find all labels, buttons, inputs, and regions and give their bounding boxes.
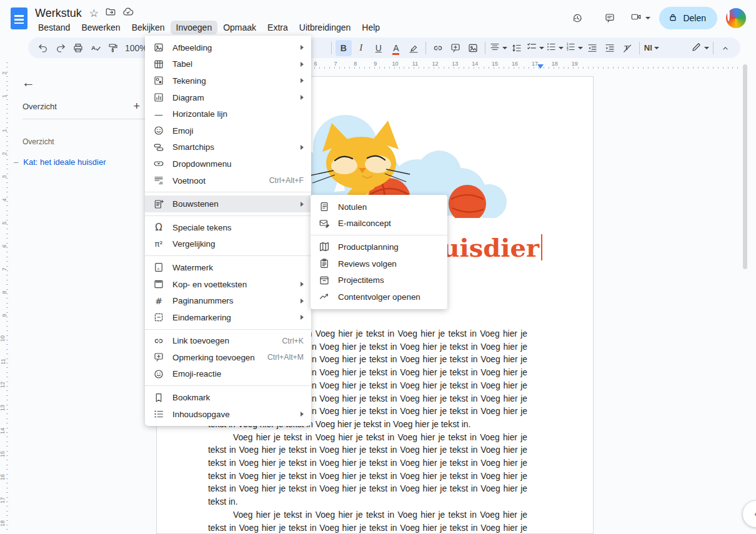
docs-logo-icon[interactable] [11,7,27,29]
submenu-arrow-icon [301,45,304,50]
bookmark-icon [153,392,164,403]
redo-button[interactable] [52,40,69,56]
emoji-icon [153,125,164,136]
body-paragraph[interactable]: Voeg hier je tekst in Voeg hier je tekst… [208,509,527,534]
body-paragraph[interactable]: Voeg hier je tekst in Voeg hier je tekst… [208,432,527,509]
insert-menu-item-voetnoot[interactable]: VoetnootCtrl+Alt+F [145,172,311,189]
menu-bewerken[interactable]: Bewerken [76,21,126,34]
clear-formatting-button[interactable]: T [619,40,635,56]
add-heading-button[interactable]: + [133,100,140,113]
insert-menu-item-vergelijking[interactable]: π²Vergelijking [145,236,311,253]
ruler-number: 8 [354,61,357,67]
insert-menu-item-smartchips[interactable]: Smartchips [145,139,311,156]
align-button[interactable] [489,40,507,56]
insert-menu-item-tekening[interactable]: Tekening [145,72,311,89]
insert-menu-item-opmerking-toevoegen[interactable]: Opmerking toevoegenCtrl+Alt+M [145,349,311,366]
submenu-item-notulen[interactable]: Notulen [311,199,447,215]
share-label: Delen [683,13,706,23]
document-title[interactable]: Werkstuk [35,7,82,20]
add-comment-button[interactable] [447,40,464,56]
lock-icon [668,12,678,24]
insert-menu-item-tabel[interactable]: Tabel [145,56,311,73]
star-icon[interactable]: ☆ [89,8,99,19]
submenu-item-e-mailconcept[interactable]: E-mailconcept [311,215,447,232]
bold-button[interactable]: B [336,40,352,56]
submenu-arrow-icon [301,315,304,320]
italic-button[interactable]: I [353,40,369,56]
menu-bestand[interactable]: Bestand [32,21,76,34]
editing-mode-button[interactable] [691,40,709,56]
menu-item-shortcut: Ctrl+K [282,337,304,345]
hide-menus-button[interactable] [717,40,734,56]
insert-image-button[interactable] [465,40,481,56]
submenu-item-productplanning[interactable]: Productplanning [311,239,447,255]
print-button[interactable] [70,40,86,56]
insert-menu-item-watermerk[interactable]: aWatermerk [145,259,311,276]
outline-item[interactable]: –Kat: het ideale huisdier [8,155,145,169]
submenu-item-projectitems[interactable]: Projectitems [311,272,447,289]
menu-item-label: Productplanning [338,242,399,252]
outline-link[interactable]: Kat: het ideale huisdier [23,157,106,167]
insert-menu-item-bookmark[interactable]: Bookmark [145,389,311,406]
spellcheck-button[interactable]: A [87,40,104,56]
insert-menu-item-emoji-reactie[interactable]: Emoji-reactie [145,366,311,383]
paint-format-button[interactable] [105,40,121,56]
avatar[interactable] [726,8,746,28]
back-arrow-icon[interactable]: ← [22,75,35,90]
menu-invoegen[interactable]: Invoegen [171,21,218,34]
insert-link-button[interactable] [430,40,446,56]
show-side-panel-button[interactable]: ‹ [742,500,756,528]
insert-menu-item-diagram[interactable]: Diagram [145,89,311,106]
ruler-number: 14 [472,61,478,67]
insert-menu-item-emoji[interactable]: Emoji [145,122,311,139]
insert-menu-item-link-toevoegen[interactable]: Link toevoegenCtrl+K [145,333,311,350]
insert-menu-item-afbeelding[interactable]: Afbeelding [145,39,311,56]
insert-menu-item-paginanummers[interactable]: #Paginanummers [145,292,311,309]
submenu-arrow-icon [301,95,304,100]
menu-bekijken[interactable]: Bekijken [126,21,171,34]
version-history-icon[interactable] [565,6,589,30]
move-folder-icon[interactable] [105,6,116,20]
meet-button[interactable] [630,11,650,25]
numbered-list-button[interactable]: 123 [565,40,583,56]
menu-help[interactable]: Help [356,21,385,34]
hash-icon: # [153,295,164,307]
line-spacing-button[interactable] [509,40,525,56]
menu-item-label: Opmerking toevoegen [172,353,255,362]
ruler-number: 7 [1,267,7,270]
outline-list: –Kat: het ideale huisdier [8,155,145,169]
insert-menu-item-kop-en-voetteksten[interactable]: Kop- en voetteksten [145,276,311,293]
share-button[interactable]: Delen [659,7,717,29]
insert-menu-item-eindemarkering[interactable]: Eindemarkering [145,309,311,326]
insert-menu-item-horizontale-lijn[interactable]: —Horizontale lijn [145,106,311,122]
checklist-button[interactable] [526,40,544,56]
equation-icon: π² [153,239,164,250]
bulleted-list-button[interactable] [545,40,564,56]
increase-indent-button[interactable] [602,40,618,56]
menu-item-shortcut: Ctrl+Alt+M [267,353,304,362]
ruler-number: 18 [552,61,558,67]
undo-button[interactable] [35,40,51,56]
highlight-color-button[interactable] [405,40,422,56]
menu-opmaak[interactable]: Opmaak [217,21,262,34]
comments-icon[interactable] [598,6,622,30]
scrollbar-thumb[interactable] [743,64,747,269]
insert-menu-item-bouwstenen[interactable]: Bouwstenen [145,195,311,212]
tab-stop-marker[interactable] [537,64,544,69]
insert-menu-item-inhoudsopgave[interactable]: Inhoudsopgave [145,406,311,423]
submenu-item-reviews-volgen[interactable]: Reviews volgen [311,255,447,272]
underline-button[interactable]: U [371,40,387,56]
text-color-button[interactable]: A [388,40,404,56]
menu-extra[interactable]: Extra [262,21,294,34]
input-tools-button[interactable]: Nl [644,40,660,56]
vertical-ruler[interactable]: 21123456789101112131415161718 [0,62,8,534]
submenu-item-contentvolger-openen[interactable]: Contentvolger openen [311,289,447,305]
doc-icon [319,201,330,212]
table-icon [153,59,164,70]
document-status-icon[interactable] [122,6,134,20]
insert-menu-item-speciale-tekens[interactable]: ΩSpeciale tekens [145,219,311,236]
insert-menu-item-dropdownmenu[interactable]: Dropdownmenu [145,156,311,172]
menu-divider [145,329,311,330]
decrease-indent-button[interactable] [584,40,600,56]
menu-uitbreidingen[interactable]: Uitbreidingen [294,21,357,34]
